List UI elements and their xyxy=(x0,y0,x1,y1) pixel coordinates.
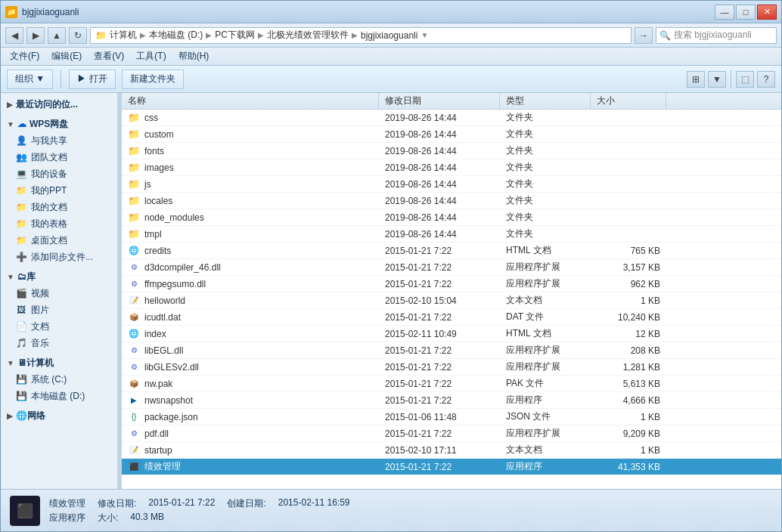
table-row[interactable]: ⚙ffmpegsumo.dll2015-01-21 7:22应用程序扩展962 … xyxy=(122,276,781,292)
sidebar-library-header[interactable]: ▼ 🗂 库 xyxy=(1,268,117,285)
sidebar-item-device[interactable]: 💻 我的设备 xyxy=(1,165,117,182)
folder-icon: 📁 xyxy=(128,195,140,207)
view-grid-button[interactable]: ⊞ xyxy=(687,71,705,88)
search-box[interactable]: 🔍 搜索 bjgjixiaoguanli xyxy=(656,27,777,44)
file-size-cell xyxy=(591,126,666,142)
col-header-name[interactable]: 名称 xyxy=(122,93,379,109)
minimize-button[interactable]: — xyxy=(715,5,734,20)
folder-icon: 📁 xyxy=(128,112,140,124)
file-name-cell: ⚙pdf.dll xyxy=(122,425,379,441)
forward-button[interactable]: ▶ xyxy=(26,27,45,44)
table-row[interactable]: 📁css2019-08-26 14:44文件夹 xyxy=(122,110,781,126)
file-name-cell: ⚙ffmpegsumo.dll xyxy=(122,276,379,292)
go-button[interactable]: → xyxy=(635,27,653,44)
html-icon: 🌐 xyxy=(128,245,140,257)
status-app-icon: ⬛ xyxy=(10,496,40,526)
sidebar-item-shared[interactable]: 👤 与我共享 xyxy=(1,132,117,149)
back-button[interactable]: ◀ xyxy=(5,27,23,44)
table-row[interactable]: ⚙libEGL.dll2015-01-21 7:22应用程序扩展208 KB xyxy=(122,342,781,359)
col-header-date[interactable]: 修改日期 xyxy=(379,93,500,109)
sidebar-item-music[interactable]: 🎵 音乐 xyxy=(1,335,117,351)
table-row[interactable]: 📁tmpl2019-08-26 14:44文件夹 xyxy=(122,226,781,243)
status-size-value: 40.3 MB xyxy=(130,512,164,524)
sidebar-section-computer: ▼ 🖥 计算机 💾 系统 (C:) 💾 本地磁盘 (D:) xyxy=(1,354,117,404)
file-size-cell: 765 KB xyxy=(591,243,666,258)
sidebar-item-add-sync[interactable]: ➕ 添加同步文件... xyxy=(1,249,117,265)
wps-arrow: ▼ xyxy=(7,120,14,128)
table-row[interactable]: 📁js2019-08-26 14:44文件夹 xyxy=(122,176,781,193)
col-header-type[interactable]: 类型 xyxy=(500,93,591,109)
new-folder-button[interactable]: 新建文件夹 xyxy=(122,70,184,89)
menu-help[interactable]: 帮助(H) xyxy=(172,48,216,65)
sidebar-item-pictures[interactable]: 🖼 图片 xyxy=(1,302,117,318)
refresh-button[interactable]: ↻ xyxy=(69,27,87,44)
help-button[interactable]: ? xyxy=(757,71,775,88)
menu-edit[interactable]: 编辑(E) xyxy=(45,48,88,65)
search-placeholder: 搜索 bjgjixiaoguanli xyxy=(674,29,752,42)
sidebar-section-network: ▶ 🌐 网络 xyxy=(1,407,117,424)
sheets-icon: 📁 xyxy=(16,218,26,229)
up-button[interactable]: ▲ xyxy=(48,27,66,44)
sidebar-item-documents[interactable]: 📄 文档 xyxy=(1,318,117,335)
sidebar-item-docs[interactable]: 📁 我的文档 xyxy=(1,199,117,215)
col-header-size[interactable]: 大小 xyxy=(591,93,666,109)
address-path[interactable]: 📁 计算机 ▶ 本地磁盘 (D:) ▶ PC下载网 ▶ 北极光绩效管理软件 ▶ … xyxy=(90,27,631,44)
table-row[interactable]: 📁images2019-08-26 14:44文件夹 xyxy=(122,159,781,176)
table-row[interactable]: 📁locales2019-08-26 14:44文件夹 xyxy=(122,193,781,209)
menu-view[interactable]: 查看(V) xyxy=(88,48,130,65)
sidebar-item-drive-d[interactable]: 💾 本地磁盘 (D:) xyxy=(1,388,117,404)
pak-icon: 📦 xyxy=(128,378,140,390)
sidebar-item-sheets[interactable]: 📁 我的表格 xyxy=(1,215,117,232)
table-row[interactable]: 📦icudtl.dat2015-01-21 7:22DAT 文件10,240 K… xyxy=(122,309,781,326)
table-row[interactable]: 📝helloworld2015-02-10 15:04文本文档1 KB xyxy=(122,292,781,309)
table-row[interactable]: 📦nw.pak2015-01-21 7:22PAK 文件5,613 KB xyxy=(122,376,781,392)
table-row[interactable]: 📁node_modules2019-08-26 14:44文件夹 xyxy=(122,209,781,226)
open-button[interactable]: ▶ 打开 xyxy=(69,70,115,89)
sidebar-pictures-label: 图片 xyxy=(31,304,49,317)
file-size-cell: 1 KB xyxy=(591,409,666,425)
file-name-cell: 📁node_modules xyxy=(122,209,379,225)
status-info: 绩效管理 修改日期: 2015-01-21 7:22 创建日期: 2015-02… xyxy=(49,497,350,524)
close-button[interactable]: ✕ xyxy=(757,5,777,20)
table-row[interactable]: ⚙libGLESv2.dll2015-01-21 7:22应用程序扩展1,281… xyxy=(122,359,781,376)
sidebar-item-ppt[interactable]: 📁 我的PPT xyxy=(1,182,117,199)
sidebar-recent-header[interactable]: ▶ 最近访问的位... xyxy=(1,96,117,113)
sidebar-computer-header[interactable]: ▼ 🖥 计算机 xyxy=(1,354,117,371)
table-row[interactable]: ⚙d3dcompiler_46.dll2015-01-21 7:22应用程序扩展… xyxy=(122,259,781,276)
sidebar-network-header[interactable]: ▶ 🌐 网络 xyxy=(1,407,117,424)
view-arrow-button[interactable]: ▼ xyxy=(708,71,726,88)
table-row[interactable]: 📁custom2019-08-26 14:44文件夹 xyxy=(122,126,781,143)
sidebar: ▶ 最近访问的位... ▼ ☁ WPS网盘 👤 与我共享 👥 团队文档 xyxy=(1,93,118,489)
table-row[interactable]: 📁fonts2019-08-26 14:44文件夹 xyxy=(122,143,781,159)
file-type-cell: 文件夹 xyxy=(500,110,591,125)
file-size-cell xyxy=(591,209,666,225)
sidebar-network-label: 网络 xyxy=(27,410,45,422)
file-type-cell: 应用程序 xyxy=(500,459,591,475)
organize-button[interactable]: 组织 ▼ xyxy=(7,70,53,89)
file-name: node_modules xyxy=(144,212,204,223)
table-row[interactable]: 🌐credits2015-01-21 7:22HTML 文档765 KB xyxy=(122,243,781,259)
table-row[interactable]: ⚙pdf.dll2015-01-21 7:22应用程序扩展9,209 KB xyxy=(122,425,781,442)
preview-pane-button[interactable]: ⬚ xyxy=(736,71,754,88)
path-label-software: 北极光绩效管理软件 xyxy=(267,29,349,42)
sidebar-item-team[interactable]: 👥 团队文档 xyxy=(1,149,117,165)
sidebar-wps-header[interactable]: ▼ ☁ WPS网盘 xyxy=(1,116,117,132)
table-row[interactable]: 🌐index2015-02-11 10:49HTML 文档12 KB xyxy=(122,326,781,342)
wps-icon: ☁ xyxy=(17,119,26,129)
sidebar-ppt-label: 我的PPT xyxy=(31,184,67,197)
sidebar-item-drive-c[interactable]: 💾 系统 (C:) xyxy=(1,371,117,388)
window-controls: — □ ✕ xyxy=(715,5,777,20)
maximize-button[interactable]: □ xyxy=(736,5,756,20)
table-row[interactable]: ▶nwsnapshot2015-01-21 7:22应用程序4,666 KB xyxy=(122,392,781,409)
table-row[interactable]: {}package.json2015-01-06 11:48JSON 文件1 K… xyxy=(122,409,781,425)
file-date-cell: 2015-01-21 7:22 xyxy=(379,276,500,292)
sidebar-item-desktop[interactable]: 📁 桌面文档 xyxy=(1,232,117,249)
sidebar-item-video[interactable]: 🎬 视频 xyxy=(1,285,117,302)
menu-tools[interactable]: 工具(T) xyxy=(130,48,172,65)
file-name-cell: 📁css xyxy=(122,110,379,125)
computer-icon: 🖥 xyxy=(17,357,26,368)
table-row[interactable]: 📝startup2015-02-10 17:11文本文档1 KB xyxy=(122,442,781,459)
menu-file[interactable]: 文件(F) xyxy=(4,48,45,65)
folder-icon: 📁 xyxy=(128,178,140,190)
table-row[interactable]: ⬛绩效管理2015-01-21 7:22应用程序41,353 KB xyxy=(122,459,781,475)
